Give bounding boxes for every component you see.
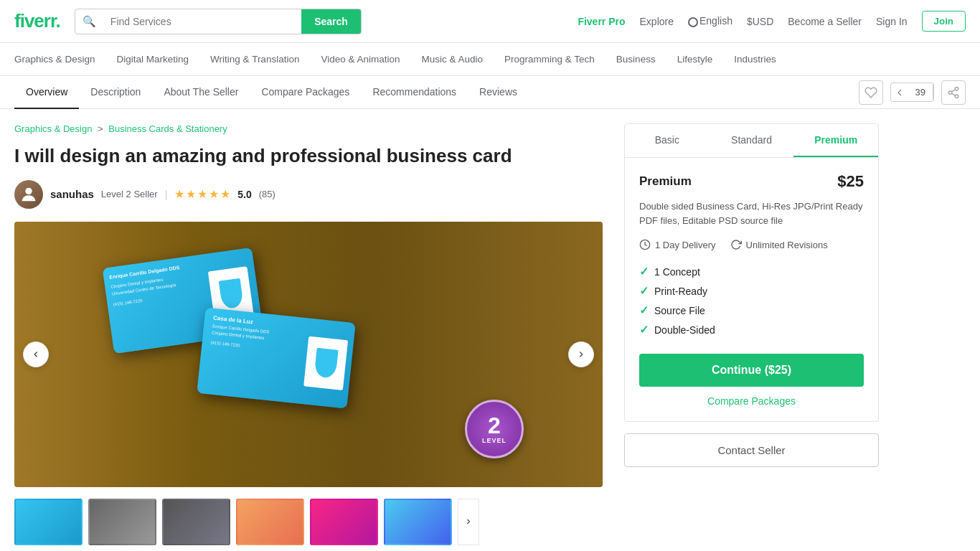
package-header: Premium $25	[639, 172, 864, 191]
main-content: Graphics & Design > Business Cards & Sta…	[0, 109, 980, 551]
share-icon	[947, 86, 960, 99]
breadcrumb-separator: >	[98, 123, 105, 134]
svg-point-0	[955, 87, 958, 90]
globe-icon	[688, 17, 698, 27]
chevron-right-icon	[576, 349, 586, 359]
tab-recommendations[interactable]: Recommendations	[361, 76, 468, 109]
pkg-tab-basic[interactable]: Basic	[625, 124, 710, 157]
thumbnail-5[interactable]	[310, 499, 378, 545]
cat-writing-translation[interactable]: Writing & Translation	[210, 54, 299, 65]
gallery-next-button[interactable]	[568, 342, 594, 367]
tab-overview[interactable]: Overview	[14, 76, 79, 109]
seller-level: Level 2 Seller	[101, 189, 158, 199]
breadcrumb: Graphics & Design > Business Cards & Sta…	[14, 123, 603, 134]
package-description: Double sided Business Card, Hi-Res JPG/P…	[639, 199, 864, 227]
tab-about-seller[interactable]: About The Seller	[152, 76, 250, 109]
star-rating: ★ ★ ★ ★ ★	[174, 187, 230, 201]
feature-concept: ✓ 1 Concept	[639, 262, 864, 281]
search-input[interactable]	[102, 9, 301, 34]
contact-seller-button[interactable]: Contact Seller	[624, 433, 879, 467]
package-price: $25	[837, 172, 864, 191]
thumbnail-2[interactable]	[88, 499, 156, 545]
cat-video-animation[interactable]: Video & Animation	[321, 54, 400, 65]
check-icon-3: ✓	[639, 303, 649, 317]
cat-graphics-design[interactable]: Graphics & Design	[14, 54, 95, 65]
cat-programming-tech[interactable]: Programming & Tech	[504, 54, 595, 65]
gallery: Enrique Carrillo Delgado DDS Cirujano De…	[14, 222, 603, 487]
business-card-2: Casa de la Luz Enrique Carrillo Delgado …	[197, 307, 355, 408]
svg-line-4	[951, 89, 955, 91]
feature-text-1: 1 Concept	[654, 266, 700, 278]
svg-point-1	[948, 90, 952, 94]
thumbnail-1[interactable]	[14, 499, 83, 545]
cat-business[interactable]: Business	[616, 54, 656, 65]
header: fiverr. 🔍 Search Fiverr Pro Explore Engl…	[0, 0, 980, 43]
star-5: ★	[220, 187, 230, 201]
pkg-tab-premium[interactable]: Premium	[793, 124, 878, 157]
level-label: LEVEL	[482, 437, 507, 444]
svg-line-3	[951, 93, 955, 95]
pkg-tab-standard[interactable]: Standard	[710, 124, 794, 157]
fiverr-pro-link[interactable]: Fiverr Pro	[578, 16, 625, 27]
feature-source-file: ✓ Source File	[639, 301, 864, 320]
package-panel: Basic Standard Premium Premium $25 Doubl…	[624, 123, 879, 422]
category-nav: Graphics & Design Digital Marketing Writ…	[0, 43, 980, 76]
become-seller-link[interactable]: Become a Seller	[788, 16, 862, 27]
breadcrumb-category[interactable]: Graphics & Design	[14, 123, 92, 134]
level-number: 2	[488, 414, 501, 437]
currency-link[interactable]: $USD	[747, 16, 773, 27]
search-button[interactable]: Search	[301, 9, 361, 34]
language-link[interactable]: English	[688, 15, 732, 27]
compare-packages-link[interactable]: Compare Packages	[639, 395, 864, 407]
package-tabs: Basic Standard Premium	[625, 124, 878, 158]
thumbnail-4[interactable]	[236, 499, 304, 545]
heart-icon	[864, 86, 877, 99]
breadcrumb-subcategory[interactable]: Business Cards & Stationery	[108, 123, 227, 134]
check-icon-2: ✓	[639, 284, 649, 298]
explore-link[interactable]: Explore	[640, 16, 674, 27]
join-button[interactable]: Join	[922, 11, 966, 32]
thumbnail-3[interactable]	[162, 499, 230, 545]
avatar-person-icon	[19, 184, 39, 204]
package-name: Premium	[639, 174, 692, 189]
star-3: ★	[197, 187, 207, 201]
gig-title: I will design an amazing and professiona…	[14, 144, 603, 169]
star-2: ★	[186, 187, 196, 201]
thumbnails-next-button[interactable]	[458, 499, 479, 545]
check-icon-4: ✓	[639, 323, 649, 336]
revisions-text: Unlimited Revisions	[746, 240, 828, 250]
tab-compare-packages[interactable]: Compare Packages	[250, 76, 361, 109]
star-1: ★	[174, 187, 184, 201]
feature-text-4: Double-Sided	[654, 324, 715, 336]
cat-digital-marketing[interactable]: Digital Marketing	[117, 54, 189, 65]
search-icon: 🔍	[75, 9, 102, 34]
level-badge: 2 LEVEL	[465, 400, 524, 458]
thumbnail-6[interactable]	[384, 499, 452, 545]
favorite-count: 39	[908, 83, 933, 101]
check-icon-1: ✓	[639, 265, 649, 278]
seller-avatar	[14, 180, 43, 209]
cat-industries[interactable]: Industries	[734, 54, 776, 65]
star-4: ★	[209, 187, 219, 201]
tab-description[interactable]: Description	[79, 76, 152, 109]
feature-text-2: Print-Ready	[654, 286, 707, 297]
tab-reviews[interactable]: Reviews	[468, 76, 529, 109]
search-bar: 🔍 Search	[75, 9, 362, 34]
cat-lifestyle[interactable]: Lifestyle	[677, 54, 713, 65]
back-arrow-icon	[894, 87, 905, 98]
feature-double-sided: ✓ Double-Sided	[639, 320, 864, 339]
divider: |	[165, 189, 168, 200]
favorite-count-badge: 39	[890, 83, 934, 102]
cat-music-audio[interactable]: Music & Audio	[422, 54, 484, 65]
delivery-text: 1 Day Delivery	[655, 240, 716, 250]
favorite-button[interactable]	[859, 80, 883, 105]
feature-print-ready: ✓ Print-Ready	[639, 281, 864, 301]
sign-in-link[interactable]: Sign In	[876, 16, 908, 27]
svg-point-2	[955, 95, 958, 98]
gallery-prev-button[interactable]	[23, 342, 49, 367]
svg-point-5	[25, 187, 32, 194]
continue-button[interactable]: Continue ($25)	[639, 354, 864, 387]
package-meta: 1 Day Delivery Unlimited Revisions	[639, 239, 864, 250]
share-button[interactable]	[941, 80, 966, 105]
seller-username[interactable]: sanuhas	[50, 188, 94, 200]
